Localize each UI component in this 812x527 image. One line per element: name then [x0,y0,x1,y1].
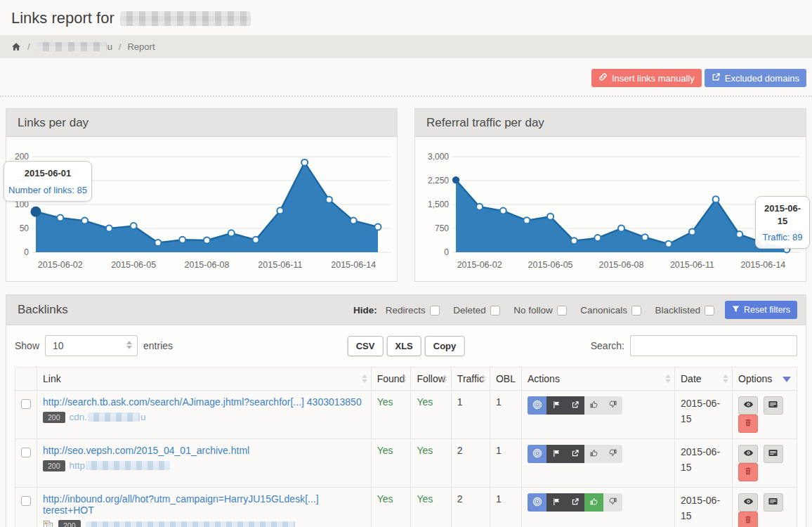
breadcrumb: / u / Report [0,35,812,58]
thumbs-down-button[interactable] [603,493,622,512]
search-input[interactable] [630,335,797,356]
hide-filter-blacklisted[interactable]: Blacklisted [655,305,714,315]
csv-export-button[interactable]: CSV [348,336,384,356]
actions-group [528,493,622,512]
entries-label: entries [143,340,173,351]
svg-text:3,000: 3,000 [428,152,449,162]
hide-filter-no-follow[interactable]: No follow [513,305,567,315]
filter-checkbox[interactable] [490,306,500,315]
external-link-icon [571,401,579,411]
entries-select[interactable]: 10 [45,335,138,356]
source-url[interactable]: cdn.u [70,412,146,422]
breadcrumb-site-suffix: u [107,41,112,52]
redacted-domain [120,11,251,26]
redacted-source-url [86,461,170,470]
svg-text:2015-06-11: 2015-06-11 [670,260,714,270]
home-icon[interactable] [11,42,21,51]
external-link-button[interactable] [565,493,584,512]
delete-button[interactable] [738,463,758,481]
view-button[interactable] [738,445,758,463]
links-chart[interactable]: 0501001502002015-06-022015-06-052015-06-… [6,137,397,281]
reset-filters-button[interactable]: Reset filters [725,301,797,319]
source-url[interactable]: http [70,460,171,471]
hide-filter-canonicals[interactable]: Canonicals [580,305,641,315]
thumbs-up-button[interactable] [584,493,603,512]
header-actions[interactable]: Actions [522,367,675,391]
thumbs-down-button[interactable] [603,396,622,415]
header-obl[interactable]: OBL [490,367,521,391]
table-row: http://search.tb.ask.com/search/AJimage.… [15,391,797,439]
filter-checkbox[interactable] [557,306,567,315]
found-cell: Yes [371,439,411,488]
backlink-url[interactable]: http://search.tb.ask.com/search/AJimage.… [43,396,362,408]
filter-checkbox[interactable] [430,306,440,315]
backlinks-title: Backlinks [18,303,68,317]
target-button[interactable] [528,396,546,415]
svg-text:0: 0 [24,247,29,257]
external-link-button[interactable] [565,445,584,463]
top-actions: Insert links manually Excluded domains [0,58,812,87]
details-button[interactable] [764,445,783,463]
flag-button[interactable] [546,445,565,463]
external-link-icon [712,72,721,84]
table-row: http://inbound.org/all/hot?utm_campaign=… [15,488,797,527]
excluded-domains-button[interactable]: Excluded domains [705,69,806,87]
duplicate-pages-icon[interactable] [43,520,54,527]
follow-cell: Yes [411,488,451,527]
thumbs-down-icon [608,497,617,508]
view-button[interactable] [738,493,758,512]
thumbs-up-button[interactable] [584,445,603,463]
thumbs-down-icon [608,448,617,460]
external-link-icon [571,497,579,508]
xls-export-button[interactable]: XLS [386,336,421,356]
external-link-button[interactable] [565,396,584,415]
page-title-text: Links report for [11,9,114,27]
insert-links-button[interactable]: Insert links manually [591,69,702,87]
breadcrumb-site-link[interactable]: u [37,41,112,52]
eye-icon [743,448,754,460]
flag-button[interactable] [546,396,565,415]
source-url[interactable] [85,521,296,527]
header-date[interactable]: Date [675,367,733,391]
reset-filters-label: Reset filters [744,305,790,315]
target-icon [532,400,542,412]
traffic-chart-title: Referral traffic per day [415,109,806,137]
links-chart-title: Links per day [6,109,397,137]
target-button[interactable] [528,493,546,512]
sort-descending-icon [782,377,791,382]
svg-text:2015-06-11: 2015-06-11 [258,260,302,270]
filter-checkbox[interactable] [705,306,714,315]
filter-label: No follow [513,305,553,315]
view-button[interactable] [738,396,758,415]
traffic-cell: 2 [451,488,490,527]
obl-cell: 1 [490,439,521,488]
thumbs-up-button[interactable] [584,396,603,415]
sort-carets-icon [401,375,407,383]
target-button[interactable] [528,445,546,463]
header-follow[interactable]: Follow [411,367,451,391]
hide-filter-deleted[interactable]: Deleted [453,305,500,315]
thumbs-down-button[interactable] [603,445,622,463]
row-checkbox[interactable] [21,448,31,457]
details-button[interactable] [764,396,783,415]
details-button[interactable] [764,493,783,512]
copy-export-button[interactable]: Copy [425,336,465,356]
thumbs-down-icon [608,400,617,411]
traffic-chart[interactable]: 07501,5002,2503,0002015-06-022015-06-052… [415,137,806,281]
svg-text:2015-06-08: 2015-06-08 [599,260,644,270]
backlink-url[interactable]: http://inbound.org/all/hot?utm_campaign=… [43,493,319,516]
backlink-url[interactable]: http://seo.vepsh.com/2015_04_01_archive.… [43,445,249,456]
delete-button[interactable] [738,512,758,527]
header-found[interactable]: Found [371,367,411,391]
details-icon [768,448,778,460]
filter-checkbox[interactable] [631,306,641,315]
row-checkbox[interactable] [21,496,31,506]
delete-button[interactable] [738,415,758,433]
flag-button[interactable] [546,493,565,512]
header-link[interactable]: Link [37,367,372,391]
breadcrumb-separator: / [27,41,30,52]
header-traffic[interactable]: Traffic [451,367,490,391]
header-options[interactable]: Options [733,367,797,391]
row-checkbox[interactable] [21,399,31,409]
hide-filter-redirects[interactable]: Redirects [386,305,440,315]
